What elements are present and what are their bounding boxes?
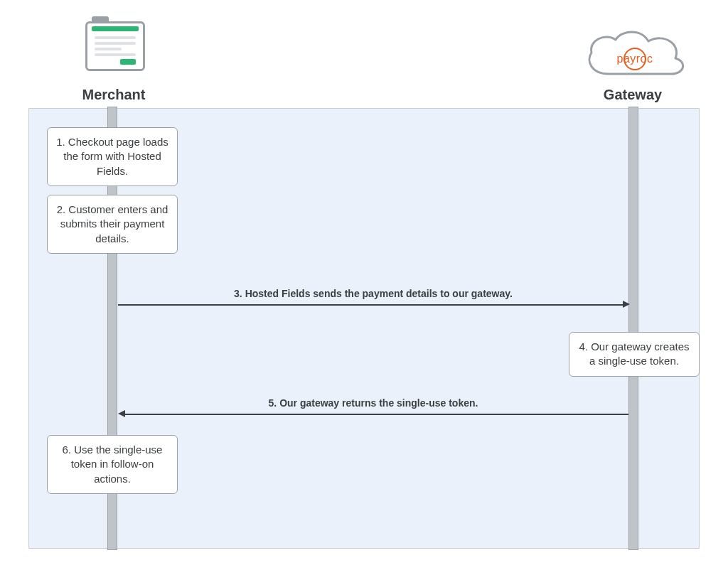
gateway-cloud-icon: payroc [582, 27, 688, 82]
participant-merchant-label: Merchant [57, 87, 171, 103]
merchant-browser-icon [85, 21, 145, 71]
step-3-label: 3. Hosted Fields sends the payment detai… [121, 288, 626, 299]
sequence-diagram: Merchant payroc Gateway 1. Checkout page… [14, 14, 714, 556]
step-4-box: 4. Our gateway creates a single-use toke… [569, 332, 700, 377]
step-5-label: 5. Our gateway returns the single-use to… [121, 397, 626, 409]
step-6-box: 6. Use the single-use token in follow-on… [47, 435, 178, 494]
arrow-3-head-icon [623, 301, 630, 308]
participant-gateway-label: Gateway [576, 87, 690, 103]
arrow-3-line [118, 304, 623, 306]
step-2-box: 2. Customer enters and submits their pay… [47, 195, 178, 254]
arrow-5-head-icon [118, 410, 125, 417]
gateway-brand-label: payroc [582, 53, 688, 65]
lifeline-gateway [628, 107, 638, 550]
arrow-5-line [125, 414, 628, 415]
step-1-box: 1. Checkout page loads the form with Hos… [47, 127, 178, 186]
